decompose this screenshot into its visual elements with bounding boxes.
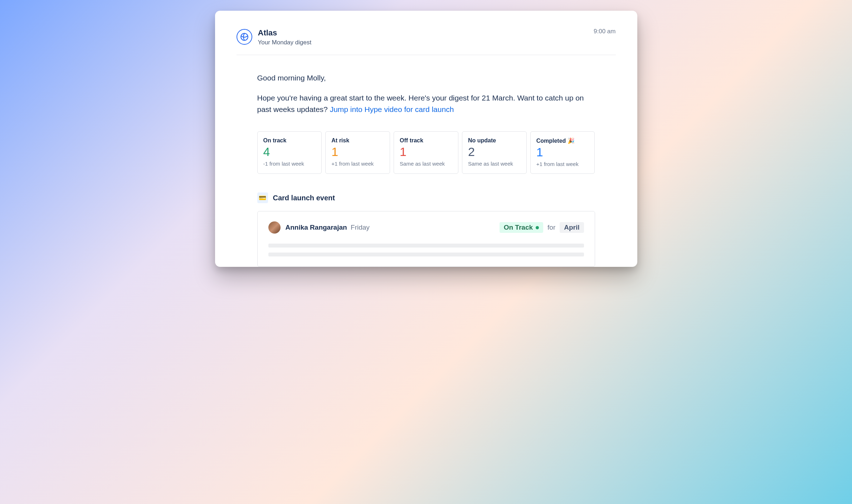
status-label: On Track (504, 224, 533, 231)
placeholder-line (268, 253, 584, 256)
digest-card: Atlas Your Monday digest 9:00 am Good mo… (215, 11, 637, 267)
stat-on-track[interactable]: On track 4 -1 from last week (257, 131, 322, 174)
placeholder-content (268, 244, 584, 256)
stat-label: No update (468, 137, 521, 144)
update-author: Annika Rangarajan Friday (268, 221, 370, 234)
stat-delta: -1 from last week (263, 161, 316, 167)
status-dot-icon (536, 226, 539, 229)
section-title-row: 💳 Card launch event (257, 192, 595, 203)
update-card[interactable]: Annika Rangarajan Friday On Track for Ap… (257, 211, 595, 267)
stat-value: 4 (263, 145, 316, 158)
stat-off-track[interactable]: Off track 1 Same as last week (394, 131, 458, 174)
stat-label: Off track (400, 137, 452, 144)
greeting: Good morning Molly, (257, 74, 595, 82)
app-name: Atlas (258, 28, 312, 38)
stat-completed[interactable]: Completed 🎉 1 +1 from last week (530, 131, 595, 174)
header-text: Atlas Your Monday digest (258, 28, 312, 46)
stat-value: 1 (400, 145, 452, 158)
author-day: Friday (351, 224, 370, 231)
stat-delta: Same as last week (468, 161, 521, 167)
section-title: Card launch event (273, 194, 335, 202)
update-status: On Track for April (500, 222, 584, 233)
stat-value: 1 (536, 146, 589, 159)
stat-no-update[interactable]: No update 2 Same as last week (462, 131, 527, 174)
stat-delta: +1 from last week (331, 161, 384, 167)
author-line: Annika Rangarajan Friday (286, 224, 370, 231)
digest-subtitle: Your Monday digest (258, 39, 312, 46)
author-name: Annika Rangarajan (286, 224, 347, 231)
month-badge: April (560, 222, 584, 233)
card-header: Atlas Your Monday digest 9:00 am (237, 28, 616, 55)
stat-at-risk[interactable]: At risk 1 +1 from last week (325, 131, 390, 174)
for-text: for (547, 224, 555, 231)
header-left: Atlas Your Monday digest (237, 28, 312, 46)
stat-label: On track (263, 137, 316, 144)
status-badge: On Track (500, 222, 543, 233)
placeholder-line (268, 244, 584, 248)
stat-label: At risk (331, 137, 384, 144)
update-header: Annika Rangarajan Friday On Track for Ap… (268, 221, 584, 234)
card-emoji-icon: 💳 (257, 192, 268, 203)
stat-value: 1 (331, 145, 384, 158)
stat-label: Completed 🎉 (536, 137, 589, 144)
atlas-logo-icon (237, 29, 252, 45)
stat-delta: Same as last week (400, 161, 452, 167)
stats-row: On track 4 -1 from last week At risk 1 +… (257, 131, 595, 174)
stat-delta: +1 from last week (536, 161, 589, 167)
intro-link[interactable]: Jump into Hype video for card launch (330, 105, 454, 113)
intro-text: Hope you're having a great start to the … (257, 92, 595, 116)
card-body: Good morning Molly, Hope you're having a… (237, 55, 616, 267)
timestamp: 9:00 am (594, 28, 615, 35)
avatar (268, 221, 281, 234)
stat-value: 2 (468, 145, 521, 158)
